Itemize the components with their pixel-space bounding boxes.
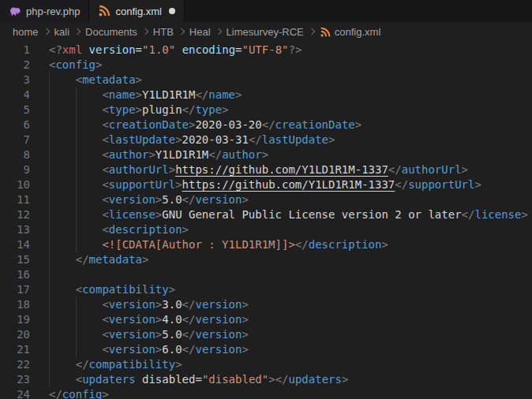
code-line[interactable]: 21<version>6.0</version>	[0, 342, 532, 357]
token-str: "1.0"	[142, 43, 175, 56]
line-number[interactable]: 15	[0, 252, 30, 267]
line-number[interactable]: 24	[0, 387, 30, 399]
line-number[interactable]: 7	[0, 132, 30, 147]
token-piname: xml	[62, 43, 82, 56]
indent-guide	[49, 357, 76, 372]
code-line[interactable]: 7<lastUpdate>2020-03-31</lastUpdate>	[0, 132, 532, 147]
token-cdata: <![CDATA[Author : Y1LD1R1M]]>	[102, 238, 294, 251]
token-br: >	[262, 148, 268, 161]
tab-config-xml[interactable]: config.xml	[89, 0, 185, 22]
breadcrumb-item-documents[interactable]: Documents	[85, 26, 137, 38]
line-number[interactable]: 8	[0, 147, 30, 162]
line-number[interactable]: 12	[0, 207, 30, 222]
code-text: </config>	[49, 387, 532, 399]
line-number[interactable]: 21	[0, 342, 30, 357]
token-br: <	[102, 133, 108, 146]
code-line[interactable]: 3<metadata>	[0, 73, 532, 88]
token-br: >	[142, 253, 148, 266]
gutter-padding	[30, 88, 49, 103]
gutter-padding	[30, 267, 49, 282]
token-br: <	[76, 73, 82, 86]
token-tag: version	[195, 193, 242, 206]
line-number[interactable]: 22	[0, 357, 30, 372]
code-line[interactable]: 6<creationDate>2020-03-20</creationDate>	[0, 117, 532, 132]
modified-dot-icon[interactable]	[169, 8, 175, 14]
breadcrumb-item-limesurvey-rce[interactable]: Limesurvey-RCE	[227, 26, 304, 38]
indent-guide	[49, 207, 76, 222]
line-number[interactable]: 18	[0, 297, 30, 312]
breadcrumb-item-heal[interactable]: Heal	[189, 26, 211, 38]
code-line[interactable]: 20<version>5.0</version>	[0, 327, 532, 342]
line-number[interactable]: 14	[0, 237, 30, 252]
indent-guide	[49, 327, 76, 342]
code-line[interactable]: 14<![CDATA[Author : Y1LD1R1M]]></descrip…	[0, 237, 532, 252]
line-number[interactable]: 16	[0, 267, 30, 282]
line-number[interactable]: 5	[0, 103, 30, 117]
code-line[interactable]: 12<license>GNU General Public License ve…	[0, 207, 532, 222]
code-text: <creationDate>2020-03-20</creationDate>	[49, 117, 532, 132]
line-number[interactable]: 19	[0, 312, 30, 327]
line-number[interactable]: 11	[0, 192, 30, 207]
token-tag: description	[109, 223, 182, 236]
code-lines: 1<?xml version="1.0" encoding="UTF-8"?>2…	[0, 43, 532, 399]
code-line[interactable]: 11<version>5.0</version>	[0, 192, 532, 207]
token-br: >	[175, 133, 182, 146]
breadcrumb-item-kali[interactable]: kali	[54, 26, 70, 38]
line-number[interactable]: 13	[0, 222, 30, 237]
line-number[interactable]: 1	[0, 43, 30, 58]
tab-php-rev-php[interactable]: php-rev.php	[0, 0, 89, 22]
token-br: </	[182, 343, 196, 356]
token-br: <	[102, 328, 108, 341]
line-number[interactable]: 17	[0, 282, 30, 297]
indent-guide	[49, 237, 76, 252]
code-line[interactable]: 4<name>Y1LD1R1M</name>	[0, 88, 532, 103]
code-line[interactable]: 5<type>plugin</type>	[0, 103, 532, 117]
indent-guide	[76, 117, 103, 132]
code-line[interactable]: 24</config>	[0, 387, 532, 399]
code-line[interactable]: 9<authorUrl>https://github.com/Y1LD1R1M-…	[0, 162, 532, 177]
code-line[interactable]: 19<version>4.0</version>	[0, 312, 532, 327]
token-br: <	[102, 298, 108, 311]
token-br: </	[182, 313, 196, 326]
code-line[interactable]: 22</compatibility>	[0, 357, 532, 372]
code-line[interactable]: 13<description>	[0, 222, 532, 237]
code-line[interactable]: 2<config>	[0, 58, 532, 73]
breadcrumb-item-htb[interactable]: HTB	[153, 26, 174, 38]
token-txt	[82, 43, 88, 56]
breadcrumb-item-home[interactable]: home	[13, 26, 39, 38]
code-line[interactable]: 8<author>Y1LD1R1M</author>	[0, 147, 532, 162]
code-line[interactable]: 17<compatibility>	[0, 282, 532, 297]
tab-label: config.xml	[115, 6, 162, 17]
line-number[interactable]: 9	[0, 162, 30, 177]
code-line[interactable]: 10<supportUrl>https://github.com/Y1LD1R1…	[0, 177, 532, 192]
token-br: </	[295, 238, 309, 251]
gutter-padding	[30, 312, 49, 327]
code-line[interactable]: 15</metadata>	[0, 252, 532, 267]
indent-guide	[76, 207, 103, 222]
code-line[interactable]: 23<updaters disabled="disabled"></update…	[0, 372, 532, 387]
line-number[interactable]: 20	[0, 327, 30, 342]
line-number[interactable]: 23	[0, 372, 30, 387]
editor[interactable]: 1<?xml version="1.0" encoding="UTF-8"?>2…	[0, 41, 532, 399]
code-line[interactable]: 1<?xml version="1.0" encoding="UTF-8"?>	[0, 43, 532, 58]
line-number[interactable]: 6	[0, 117, 30, 132]
line-number[interactable]: 4	[0, 88, 30, 103]
gutter-padding	[30, 162, 49, 177]
line-number[interactable]: 2	[0, 58, 30, 73]
code-line[interactable]: 18<version>3.0</version>	[0, 297, 532, 312]
gutter-padding	[30, 357, 49, 372]
indent-guide	[49, 117, 76, 132]
line-number[interactable]: 10	[0, 177, 30, 192]
token-br: </	[182, 328, 196, 341]
line-number[interactable]: 3	[0, 73, 30, 88]
breadcrumb-item-file[interactable]: config.xml	[335, 26, 381, 38]
code-text: <lastUpdate>2020-03-31</lastUpdate>	[49, 132, 532, 147]
token-br: <	[102, 313, 108, 326]
token-txt	[175, 43, 182, 56]
gutter-padding	[30, 282, 49, 297]
xml-icon	[98, 5, 111, 17]
token-br: >	[182, 223, 189, 236]
code-text: <version>5.0</version>	[49, 192, 532, 207]
code-line[interactable]: 16	[0, 267, 532, 282]
indent-guide	[49, 252, 76, 267]
